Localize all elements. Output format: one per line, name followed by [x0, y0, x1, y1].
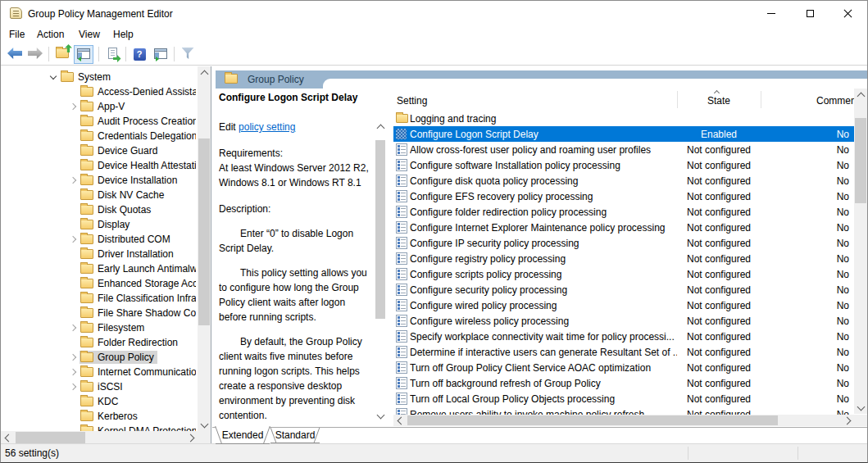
menu-item-view[interactable]: View — [79, 29, 100, 40]
list-row-logging-and-tracing[interactable]: Logging and tracing — [393, 111, 854, 126]
policy-setting-icon — [396, 393, 407, 405]
menu-item-action[interactable]: Action — [37, 29, 64, 40]
export-list-button[interactable] — [102, 45, 122, 64]
edit-policy-setting-link[interactable]: policy setting — [239, 121, 295, 133]
tree-item-kernel-dma-protection[interactable]: Kernel DMA Protection — [1, 424, 196, 431]
list-row-configure-software-installation-policy-pro[interactable]: Configure software Installation policy p… — [393, 157, 854, 173]
list-row-configure-registry-policy-processing[interactable]: Configure registry policy processingNot … — [393, 251, 854, 266]
status-text: 56 setting(s) — [5, 447, 59, 459]
list-row-configure-wireless-policy-processing[interactable]: Configure wireless policy processingNot … — [393, 313, 854, 329]
tree-item-disk-nv-cache[interactable]: Disk NV Cache — [1, 188, 196, 202]
maximize-button[interactable] — [791, 1, 829, 26]
tree-item-distributed-com[interactable]: Distributed COM — [1, 232, 196, 247]
scroll-up-button[interactable] — [854, 89, 867, 101]
scroll-down-button[interactable] — [854, 402, 867, 414]
help-button[interactable]: ? — [130, 45, 149, 64]
menu-item-help[interactable]: Help — [113, 29, 134, 40]
tree-item-group-policy[interactable]: Group Policy — [1, 350, 196, 365]
tree-horizontal-scrollbar[interactable] — [1, 431, 198, 444]
tree-item-file-classification-infrastructure[interactable]: File Classification Infrastructure — [1, 291, 196, 306]
list-row-specify-workplace-connectivity-wait-time-f[interactable]: Specify workplace connectivity wait time… — [393, 329, 854, 344]
column-header-setting[interactable]: Setting — [397, 95, 427, 107]
scroll-left-button[interactable] — [393, 415, 406, 426]
tree-item-app-v[interactable]: App-V — [1, 99, 196, 114]
tree-item-early-launch-antimalware[interactable]: Early Launch Antimalware — [1, 261, 196, 276]
tree-item-enhanced-storage-access[interactable]: Enhanced Storage Access — [1, 276, 196, 291]
column-header-state[interactable]: State — [677, 95, 761, 107]
scroll-up-button[interactable] — [198, 66, 211, 79]
chevron-collapsed-icon[interactable] — [70, 369, 76, 375]
list-row-configure-internet-explorer-maintenance-po[interactable]: Configure Internet Explorer Maintenance … — [393, 220, 854, 235]
chevron-collapsed-icon[interactable] — [70, 236, 76, 243]
list-vertical-scrollbar[interactable] — [854, 89, 867, 414]
tree-item-iscsi[interactable]: iSCSI — [1, 379, 196, 394]
list-row-configure-disk-quota-policy-processing[interactable]: Configure disk quota policy processingNo… — [393, 173, 854, 188]
show-hide-action-pane-button[interactable] — [151, 45, 170, 64]
description-scrollbar[interactable] — [375, 120, 386, 422]
show-hide-console-tree-button[interactable] — [74, 45, 93, 64]
tree-item-device-health-attestation-service[interactable]: Device Health Attestation Service — [1, 158, 196, 173]
scroll-down-button[interactable] — [375, 410, 386, 422]
list-row-configure-efs-recovery-policy-processing[interactable]: Configure EFS recovery policy processing… — [393, 188, 854, 204]
list-row-turn-off-group-policy-client-service-aoac-[interactable]: Turn off Group Policy Client Service AOA… — [393, 360, 854, 375]
scroll-thumb[interactable] — [198, 138, 210, 325]
chevron-collapsed-icon[interactable] — [70, 354, 76, 361]
list-row-configure-folder-redirection-policy-proces[interactable]: Configure folder redirection policy proc… — [393, 204, 854, 220]
close-button[interactable] — [829, 1, 866, 26]
scroll-right-button[interactable] — [185, 431, 198, 444]
tree-item-system[interactable]: System — [1, 70, 196, 84]
tree-item-device-guard[interactable]: Device Guard — [1, 143, 196, 158]
scroll-thumb[interactable] — [855, 118, 866, 203]
tree-item-folder-redirection[interactable]: Folder Redirection — [1, 335, 196, 350]
list-horizontal-scrollbar[interactable] — [393, 415, 854, 426]
policy-setting-icon — [396, 159, 407, 171]
forward-button[interactable] — [25, 45, 45, 64]
tree-item-disk-quotas[interactable]: Disk Quotas — [1, 202, 196, 217]
menu-item-file[interactable]: File — [9, 29, 25, 40]
scroll-left-button[interactable] — [1, 431, 13, 444]
state-cell: Not configured — [677, 253, 761, 265]
tree-item-kerberos[interactable]: Kerberos — [1, 409, 196, 424]
tree-item-audit-process-creation[interactable]: Audit Process Creation — [1, 114, 196, 129]
list-row-configure-ip-security-policy-processing[interactable]: Configure IP security policy processingN… — [393, 235, 854, 251]
back-button[interactable] — [5, 45, 25, 64]
list-row-allow-cross-forest-user-policy-and-roaming[interactable]: Allow cross-forest user policy and roami… — [393, 142, 854, 157]
tree-item-internet-communication-management[interactable]: Internet Communication Management — [1, 365, 196, 379]
tree-item-access-denied-assistance[interactable]: Access-Denied Assistance — [1, 84, 196, 99]
column-header-comment[interactable]: Comment — [816, 95, 856, 107]
list-row-configure-logon-script-delay[interactable]: Configure Logon Script DelayEnabledNo — [393, 126, 854, 142]
column-separator[interactable] — [761, 91, 761, 108]
list-row-turn-off-background-refresh-of-group-polic[interactable]: Turn off background refresh of Group Pol… — [393, 375, 854, 391]
tree-item-driver-installation[interactable]: Driver Installation — [1, 247, 196, 261]
list-row-determine-if-interactive-users-can-generat[interactable]: Determine if interactive users can gener… — [393, 344, 854, 360]
tab-extended[interactable]: Extended — [216, 426, 270, 444]
scroll-right-button[interactable] — [842, 415, 854, 426]
chevron-collapsed-icon[interactable] — [70, 177, 76, 184]
scroll-down-button[interactable] — [198, 419, 211, 431]
list-row-remove-users-ability-to-invoke-machine-pol[interactable]: Remove users ability to invoke machine p… — [393, 406, 854, 415]
tree-item-credentials-delegation[interactable]: Credentials Delegation — [1, 129, 196, 143]
tree-item-filesystem[interactable]: Filesystem — [1, 320, 196, 335]
tree-item-display[interactable]: Display — [1, 217, 196, 232]
tree-item-device-installation[interactable]: Device Installation — [1, 173, 196, 188]
list-row-turn-off-local-group-policy-objects-proces[interactable]: Turn off Local Group Policy Objects proc… — [393, 391, 854, 406]
chevron-expanded-icon[interactable] — [50, 72, 57, 79]
tree-item-file-share-shadow-copy-provider[interactable]: File Share Shadow Copy Provider — [1, 306, 196, 320]
scroll-thumb[interactable] — [16, 432, 85, 443]
list-row-configure-scripts-policy-processing[interactable]: Configure scripts policy processingNot c… — [393, 266, 854, 282]
chevron-right-icon — [186, 433, 194, 442]
scroll-up-button[interactable] — [375, 120, 386, 133]
list-row-configure-security-policy-processing[interactable]: Configure security policy processingNot … — [393, 282, 854, 297]
minimize-button[interactable] — [752, 1, 790, 26]
scroll-thumb[interactable] — [375, 140, 385, 319]
up-one-level-button[interactable] — [52, 45, 72, 64]
filter-button[interactable] — [178, 45, 198, 64]
scroll-thumb[interactable] — [407, 415, 778, 425]
tree-vertical-scrollbar[interactable] — [198, 66, 211, 431]
tree-item-kdc[interactable]: KDC — [1, 394, 196, 409]
chevron-collapsed-icon[interactable] — [70, 103, 76, 110]
tab-standard[interactable]: Standard — [270, 428, 320, 443]
list-row-configure-wired-policy-processing[interactable]: Configure wired policy processingNot con… — [393, 297, 854, 313]
chevron-collapsed-icon[interactable] — [70, 325, 76, 331]
chevron-collapsed-icon[interactable] — [70, 384, 76, 390]
